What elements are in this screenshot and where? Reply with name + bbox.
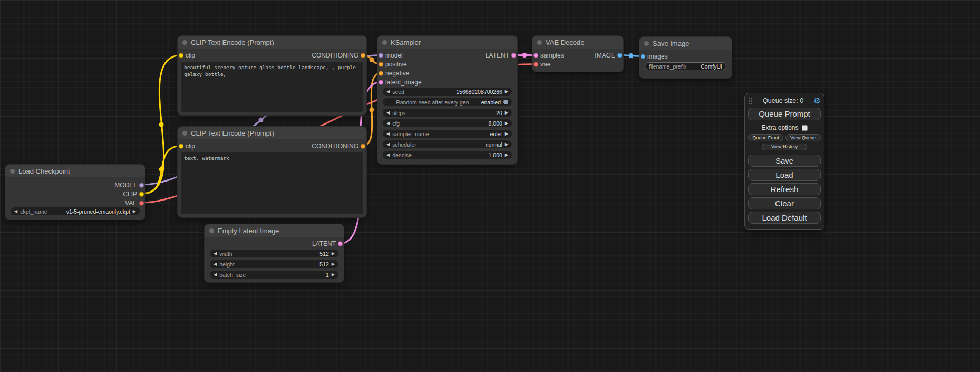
widget-label: ckpt_name bbox=[20, 208, 47, 215]
negative-input-dot[interactable] bbox=[379, 71, 383, 75]
increment-arrow-icon[interactable]: ▶ bbox=[505, 119, 508, 127]
increment-arrow-icon[interactable]: ▶ bbox=[332, 250, 335, 257]
save-button[interactable]: Save bbox=[748, 155, 821, 167]
node-vae-decode[interactable]: VAE Decode samples IMAGE vae bbox=[532, 36, 623, 72]
widget-label: cfg bbox=[392, 120, 400, 127]
decrement-arrow-icon[interactable]: ◀ bbox=[386, 88, 390, 96]
queue-prompt-button[interactable]: Queue Prompt bbox=[748, 108, 821, 120]
clip-output-dot[interactable] bbox=[139, 192, 144, 196]
view-queue-button[interactable]: View Queue bbox=[785, 134, 821, 141]
increment-arrow-icon[interactable]: ▶ bbox=[505, 130, 508, 138]
node-save-image[interactable]: Save Image images filename_prefix ComfyU… bbox=[639, 37, 732, 78]
node-title-bar[interactable]: VAE Decode bbox=[532, 36, 623, 49]
steps-widget[interactable]: ◀ steps 20 ▶ bbox=[383, 109, 512, 117]
drag-handle-icon[interactable]: ⣿ bbox=[748, 97, 753, 104]
widget-value: 512 bbox=[319, 261, 329, 268]
samples-input-dot[interactable] bbox=[533, 53, 538, 58]
increment-arrow-icon[interactable]: ▶ bbox=[133, 207, 136, 215]
node-empty-latent-image[interactable]: Empty Latent Image LATENT ◀ width 512 ▶ … bbox=[205, 224, 344, 282]
decrement-arrow-icon[interactable]: ◀ bbox=[386, 119, 390, 127]
scheduler-widget[interactable]: ◀ scheduler normal ▶ bbox=[383, 140, 512, 148]
output-slot-vae: VAE bbox=[125, 199, 137, 207]
positive-prompt-textarea[interactable]: beautiful scenery nature glass bottle la… bbox=[181, 62, 363, 112]
node-title-bar[interactable]: CLIP Text Encode (Prompt) bbox=[178, 127, 366, 139]
decrement-arrow-icon[interactable]: ◀ bbox=[386, 140, 390, 148]
widget-value: 1 bbox=[326, 272, 329, 278]
view-history-button[interactable]: View History bbox=[762, 144, 807, 150]
widget-label: height bbox=[219, 261, 235, 268]
settings-gear-icon[interactable]: ⚙ bbox=[814, 97, 821, 105]
queue-front-button[interactable]: Queue Front bbox=[748, 134, 783, 141]
node-ksampler[interactable]: KSampler model LATENT positive negative … bbox=[377, 36, 517, 164]
output-slot-clip: CLIP bbox=[123, 190, 137, 198]
width-widget[interactable]: ◀ width 512 ▶ bbox=[210, 250, 338, 257]
decrement-arrow-icon[interactable]: ◀ bbox=[386, 151, 390, 159]
node-clip-text-encode-positive[interactable]: CLIP Text Encode (Prompt) clip CONDITION… bbox=[178, 36, 366, 115]
node-clip-text-encode-negative[interactable]: CLIP Text Encode (Prompt) clip CONDITION… bbox=[178, 127, 366, 217]
node-title: Save Image bbox=[653, 40, 689, 47]
node-load-checkpoint[interactable]: Load Checkpoint MODEL CLIP VAE ◀ ckpt_na… bbox=[5, 165, 145, 220]
node-title-bar[interactable]: CLIP Text Encode (Prompt) bbox=[178, 36, 366, 49]
conditioning-output-dot[interactable] bbox=[361, 144, 365, 148]
latent-image-input-dot[interactable] bbox=[379, 80, 383, 84]
decrement-arrow-icon[interactable]: ◀ bbox=[214, 260, 217, 268]
widget-value: 512 bbox=[319, 251, 329, 257]
images-input-dot[interactable] bbox=[641, 54, 645, 59]
conditioning-output-dot[interactable] bbox=[361, 53, 365, 58]
decrement-arrow-icon[interactable]: ◀ bbox=[214, 250, 217, 257]
toggle-dot-icon[interactable] bbox=[503, 100, 508, 104]
node-title-bar[interactable]: Save Image bbox=[639, 37, 732, 50]
seed-widget[interactable]: ◀ seed 156680208700286 ▶ bbox=[383, 88, 512, 96]
load-button[interactable]: Load bbox=[748, 169, 821, 181]
increment-arrow-icon[interactable]: ▶ bbox=[505, 140, 508, 148]
model-input-dot[interactable] bbox=[379, 53, 383, 58]
node-title-bar[interactable]: Load Checkpoint bbox=[5, 165, 145, 177]
negative-prompt-textarea[interactable]: text, watermark bbox=[181, 152, 363, 214]
node-title-bar[interactable]: Empty Latent Image bbox=[205, 224, 344, 237]
extra-options-checkbox[interactable] bbox=[802, 125, 808, 131]
filename-prefix-widget[interactable]: filename_prefix ComfyUI bbox=[645, 62, 726, 70]
sampler-name-widget[interactable]: ◀ sampler_name euler ▶ bbox=[383, 130, 512, 138]
node-status-icon bbox=[10, 169, 15, 174]
latent-output-dot[interactable] bbox=[338, 241, 343, 246]
vae-output-dot[interactable] bbox=[139, 201, 144, 205]
increment-arrow-icon[interactable]: ▶ bbox=[332, 271, 335, 279]
output-slot-latent: LATENT bbox=[312, 240, 336, 247]
input-slot-latent-image: latent_image bbox=[385, 79, 422, 86]
clear-button[interactable]: Clear bbox=[748, 197, 821, 209]
height-widget[interactable]: ◀ height 512 ▶ bbox=[210, 260, 338, 268]
latent-output-dot[interactable] bbox=[511, 53, 516, 58]
increment-arrow-icon[interactable]: ▶ bbox=[505, 88, 508, 96]
widget-value: 1.000 bbox=[489, 152, 502, 158]
random-seed-toggle-widget[interactable]: Random seed after every gen enabled bbox=[383, 98, 512, 106]
positive-input-dot[interactable] bbox=[379, 62, 383, 66]
widget-label: filename_prefix bbox=[649, 63, 686, 70]
link-midpoint-dot bbox=[629, 53, 634, 58]
batch-size-widget[interactable]: ◀ batch_size 1 ▶ bbox=[210, 271, 338, 279]
decrement-arrow-icon[interactable]: ◀ bbox=[214, 271, 217, 279]
clip-input-dot[interactable] bbox=[179, 53, 183, 58]
cfg-widget[interactable]: ◀ cfg 8.000 ▶ bbox=[383, 119, 512, 127]
ckpt-name-widget[interactable]: ◀ ckpt_name v1-5-pruned-emaonly.ckpt ▶ bbox=[11, 207, 140, 215]
node-title: Empty Latent Image bbox=[218, 227, 279, 235]
image-output-dot[interactable] bbox=[617, 53, 622, 58]
queue-menu-panel: ⣿ Queue size: 0 ⚙ Queue Prompt Extra opt… bbox=[744, 93, 824, 230]
node-graph-canvas[interactable]: Load Checkpoint MODEL CLIP VAE ◀ ckpt_na… bbox=[0, 0, 980, 372]
load-default-button[interactable]: Load Default bbox=[748, 212, 821, 224]
node-title: Load Checkpoint bbox=[18, 167, 70, 175]
decrement-arrow-icon[interactable]: ◀ bbox=[386, 109, 390, 117]
increment-arrow-icon[interactable]: ▶ bbox=[505, 109, 508, 117]
widget-value: 8.000 bbox=[489, 120, 502, 127]
decrement-arrow-icon[interactable]: ◀ bbox=[386, 130, 390, 138]
model-output-dot[interactable] bbox=[139, 183, 144, 187]
increment-arrow-icon[interactable]: ▶ bbox=[505, 151, 508, 159]
denoise-widget[interactable]: ◀ denoise 1.000 ▶ bbox=[383, 151, 512, 159]
node-status-icon bbox=[182, 131, 187, 136]
node-title-bar[interactable]: KSampler bbox=[377, 36, 517, 49]
increment-arrow-icon[interactable]: ▶ bbox=[332, 260, 335, 268]
clip-input-dot[interactable] bbox=[179, 144, 183, 148]
decrement-arrow-icon[interactable]: ◀ bbox=[14, 207, 17, 215]
vae-input-dot[interactable] bbox=[533, 62, 538, 66]
refresh-button[interactable]: Refresh bbox=[748, 183, 821, 195]
link-midpoint-dot bbox=[159, 122, 164, 127]
